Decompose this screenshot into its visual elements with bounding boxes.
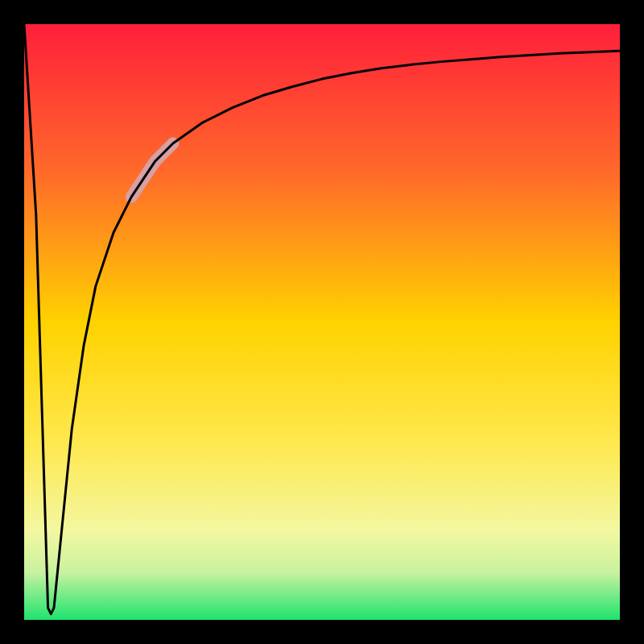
chart-svg: [0, 0, 644, 644]
gradient-background: [24, 24, 620, 620]
bottleneck-chart: [0, 0, 644, 644]
